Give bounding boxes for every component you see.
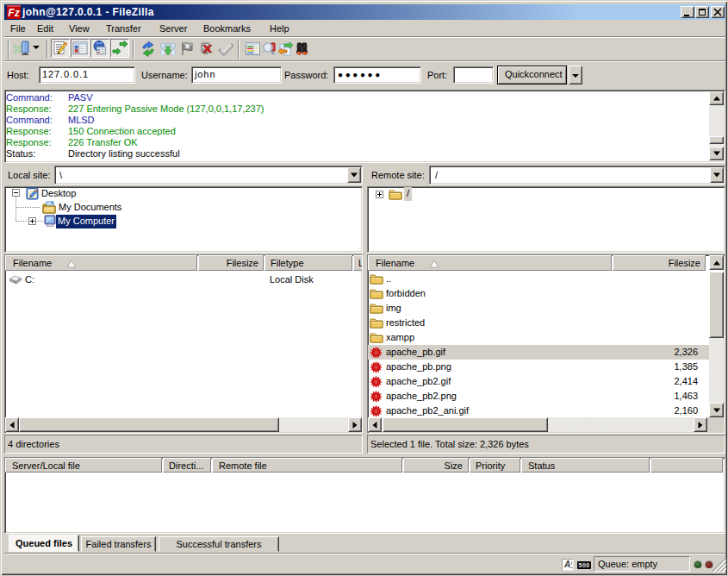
- svg-text:Fz: Fz: [8, 7, 19, 19]
